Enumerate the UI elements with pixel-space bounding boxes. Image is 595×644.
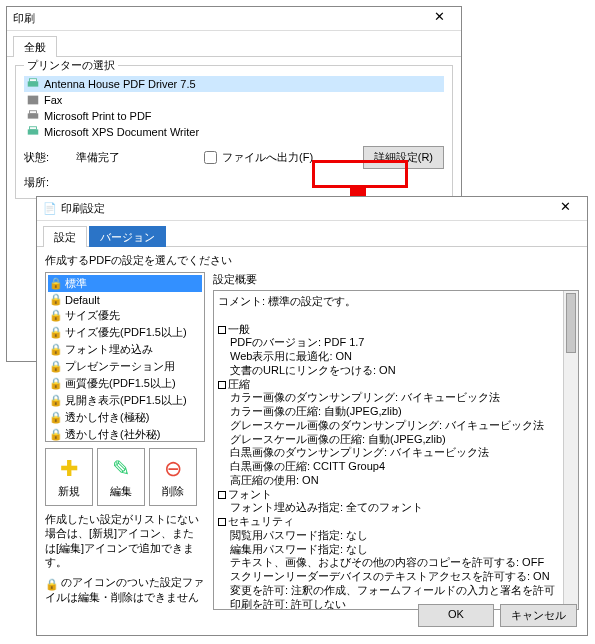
- preset-item[interactable]: 🔒サイズ優先: [48, 307, 202, 324]
- preset-label: 標準: [65, 276, 87, 291]
- summary-line: フォント埋め込み指定: 全てのフォント: [218, 501, 558, 515]
- comment: コメント: 標準の設定です。: [218, 295, 558, 309]
- preset-label: サイズ優先(PDF1.5以上): [65, 325, 187, 340]
- lock-icon: 🔒: [49, 394, 62, 407]
- preset-label: Default: [65, 294, 100, 306]
- loc-label: 場所:: [24, 175, 72, 190]
- tab-row: 設定 バージョン: [37, 221, 587, 247]
- printer-icon: [26, 77, 40, 91]
- note2: 🔒のアイコンのついた設定ファイルは編集・削除はできません: [45, 575, 205, 604]
- edit-button[interactable]: ✎編集: [97, 448, 145, 506]
- tab-general[interactable]: 全般: [13, 36, 57, 57]
- svg-rect-4: [30, 111, 37, 114]
- square-icon: [218, 518, 226, 526]
- summary-line: 文書のURLにリンクをつける: ON: [218, 364, 558, 378]
- summary-line: 変更を許可: 注釈の作成、フォームフィールドの入力と署名を許可: [218, 584, 558, 598]
- summary-line: 高圧縮の使用: ON: [218, 474, 558, 488]
- titlebar: 📄 印刷設定 ✕: [37, 197, 587, 221]
- title: 印刷: [13, 11, 423, 26]
- main: 設定概要 コメント: 標準の設定です。一般PDFのバージョン: PDF 1.7W…: [213, 272, 579, 610]
- lock-icon: 🔒: [49, 428, 62, 441]
- note1: 作成したい設定がリストにない場合は、[新規]アイコン、または[編集]アイコンで追…: [45, 512, 205, 569]
- summary-box[interactable]: コメント: 標準の設定です。一般PDFのバージョン: PDF 1.7Web表示用…: [213, 290, 579, 610]
- summary-line: カラー画像の圧縮: 自動(JPEG,zlib): [218, 405, 558, 419]
- preset-item[interactable]: 🔒見開き表示(PDF1.5以上): [48, 392, 202, 409]
- scrollbar[interactable]: [563, 291, 578, 609]
- svg-rect-3: [28, 113, 39, 118]
- preset-item[interactable]: 🔒画質優先(PDF1.5以上): [48, 375, 202, 392]
- app-icon: 📄: [43, 202, 57, 215]
- section-header: フォント: [218, 488, 558, 502]
- icon-row: ✚新規 ✎編集 ⊖削除: [45, 448, 205, 506]
- ok-button[interactable]: OK: [418, 604, 494, 627]
- summary-line: グレースケール画像のダウンサンプリング: バイキュービック法: [218, 419, 558, 433]
- preset-item[interactable]: 🔒プレゼンテーション用: [48, 358, 202, 375]
- preset-list[interactable]: 🔒標準🔒Default🔒サイズ優先🔒サイズ優先(PDF1.5以上)🔒フォント埋め…: [45, 272, 205, 442]
- file-output-input[interactable]: [204, 151, 217, 164]
- preset-item[interactable]: 🔒サイズ優先(PDF1.5以上): [48, 324, 202, 341]
- summary-line: 白黒画像の圧縮: CCITT Group4: [218, 460, 558, 474]
- file-output-label: ファイルへ出力(F): [222, 150, 313, 165]
- printer-name: Microsoft XPS Document Writer: [44, 126, 199, 138]
- section-header: 圧縮: [218, 378, 558, 392]
- lock-icon: 🔒: [49, 293, 62, 306]
- delete-button[interactable]: ⊖削除: [149, 448, 197, 506]
- cancel-button[interactable]: キャンセル: [500, 604, 577, 627]
- prefs-dialog: 📄 印刷設定 ✕ 設定 バージョン 作成するPDFの設定を選んでください 🔒標準…: [36, 196, 588, 636]
- minus-icon: ⊖: [164, 456, 182, 482]
- preset-label: プレゼンテーション用: [65, 359, 175, 374]
- printer-row[interactable]: Antenna House PDF Driver 7.5: [24, 76, 444, 92]
- summary-title: 設定概要: [213, 272, 579, 287]
- printer-row[interactable]: Fax: [24, 92, 444, 108]
- title: 印刷設定: [61, 201, 549, 216]
- preset-label: 画質優先(PDF1.5以上): [65, 376, 176, 391]
- summary-line: スクリーンリーダーデバイスのテキストアクセスを許可する: ON: [218, 570, 558, 584]
- file-output-checkbox[interactable]: ファイルへ出力(F): [200, 148, 313, 167]
- printer-row[interactable]: Microsoft XPS Document Writer: [24, 124, 444, 140]
- summary-line: グレースケール画像の圧縮: 自動(JPEG,zlib): [218, 433, 558, 447]
- lock-icon: 🔒: [49, 343, 62, 356]
- square-icon: [218, 381, 226, 389]
- preset-item[interactable]: 🔒透かし付き(社外秘): [48, 426, 202, 442]
- svg-rect-6: [30, 127, 37, 130]
- lock-icon: 🔒: [45, 577, 58, 590]
- instruction: 作成するPDFの設定を選んでください: [45, 253, 579, 268]
- summary-line: 閲覧用パスワード指定: なし: [218, 529, 558, 543]
- lock-icon: 🔒: [49, 309, 62, 322]
- preset-item[interactable]: 🔒標準: [48, 275, 202, 292]
- close-icon[interactable]: ✕: [423, 9, 455, 29]
- group-label: プリンターの選択: [24, 58, 118, 73]
- tab-settings[interactable]: 設定: [43, 226, 87, 247]
- svg-rect-2: [28, 96, 39, 105]
- pencil-icon: ✎: [112, 456, 130, 482]
- tab-version[interactable]: バージョン: [89, 226, 166, 247]
- preset-item[interactable]: 🔒透かし付き(極秘): [48, 409, 202, 426]
- status-value: 準備完了: [76, 150, 196, 165]
- detail-settings-button[interactable]: 詳細設定(R): [363, 146, 444, 169]
- preset-label: 透かし付き(社外秘): [65, 427, 160, 442]
- scroll-thumb[interactable]: [566, 293, 576, 353]
- summary-line: Web表示用に最適化: ON: [218, 350, 558, 364]
- new-button[interactable]: ✚新規: [45, 448, 93, 506]
- new-label: 新規: [58, 484, 80, 499]
- lock-icon: 🔒: [49, 411, 62, 424]
- printer-group: プリンターの選択 Antenna House PDF Driver 7.5 Fa…: [15, 65, 453, 199]
- status-row: 状態: 準備完了 ファイルへ出力(F) 詳細設定(R): [24, 146, 444, 169]
- summary-line: 編集用パスワード指定: なし: [218, 543, 558, 557]
- close-icon[interactable]: ✕: [549, 199, 581, 219]
- square-icon: [218, 326, 226, 334]
- tab-row: 全般: [7, 31, 461, 57]
- preset-item[interactable]: 🔒Default: [48, 292, 202, 307]
- svg-rect-1: [30, 79, 37, 82]
- lock-icon: 🔒: [49, 326, 62, 339]
- printer-icon: [26, 109, 40, 123]
- svg-rect-5: [28, 129, 39, 134]
- printer-name: Microsoft Print to PDF: [44, 110, 152, 122]
- printer-row[interactable]: Microsoft Print to PDF: [24, 108, 444, 124]
- printer-list[interactable]: Antenna House PDF Driver 7.5 Fax Microso…: [24, 76, 444, 140]
- preset-item[interactable]: 🔒フォント埋め込み: [48, 341, 202, 358]
- lock-icon: 🔒: [49, 277, 62, 290]
- summary-line: テキスト、画像、およびその他の内容のコピーを許可する: OFF: [218, 556, 558, 570]
- printer-name: Fax: [44, 94, 62, 106]
- preset-label: フォント埋め込み: [65, 342, 153, 357]
